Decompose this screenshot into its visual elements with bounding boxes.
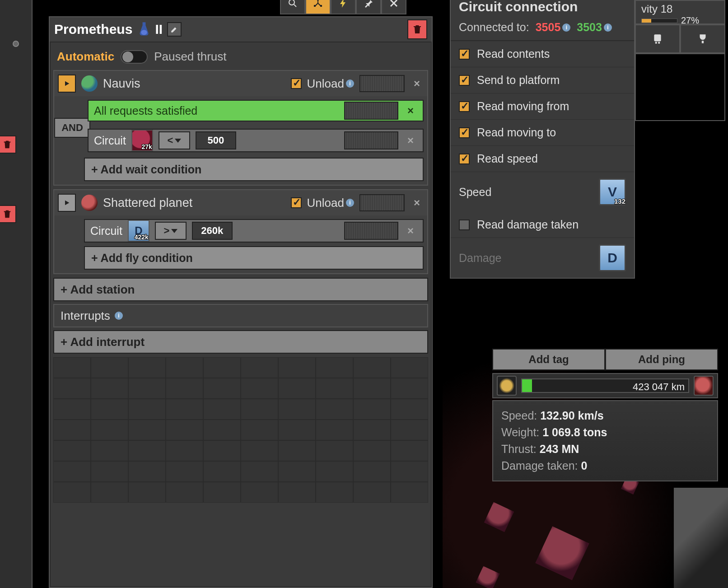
panel-title: Circuit connection xyxy=(451,0,634,18)
circuit-connection-panel: Circuit connection Connected to: 3505i 3… xyxy=(450,0,635,279)
value-input[interactable]: 260k xyxy=(192,222,233,240)
power-icon[interactable] xyxy=(331,0,356,14)
platform-stats: Speed: 132.90 km/s Weight: 1 069.8 tons … xyxy=(492,400,718,481)
read-moving-from-checkbox[interactable] xyxy=(459,101,470,112)
achievements-tab-icon[interactable] xyxy=(680,24,725,53)
delete-platform-button[interactable] xyxy=(407,19,427,39)
condition-label: Circuit xyxy=(94,134,126,147)
platform-name: Prometheus xyxy=(54,22,132,37)
empty-list-area xyxy=(53,357,428,503)
and-operator-button[interactable]: AND xyxy=(54,118,90,138)
green-wire-id[interactable]: 3503i xyxy=(577,21,612,34)
signal-slot[interactable]: 27k xyxy=(131,130,153,151)
pin-icon[interactable] xyxy=(356,0,381,14)
info-icon: i xyxy=(604,23,612,32)
drag-handle[interactable] xyxy=(344,131,398,149)
damage-signal-slot[interactable]: D xyxy=(599,244,626,271)
trains-tab-icon[interactable] xyxy=(635,24,680,53)
add-fly-condition-button[interactable]: + Add fly condition xyxy=(84,246,424,270)
science-icon xyxy=(138,21,150,37)
info-icon[interactable]: i xyxy=(346,199,354,207)
planet-icon xyxy=(81,75,98,92)
read-speed-checkbox[interactable] xyxy=(459,154,470,164)
comparator-select[interactable]: > xyxy=(155,222,187,240)
sidebar-dot xyxy=(13,41,19,47)
svg-point-6 xyxy=(655,42,657,44)
condition-label: Circuit xyxy=(90,224,122,238)
go-to-station-button[interactable] xyxy=(58,75,76,93)
condition-satisfied[interactable]: All requests satisfied × xyxy=(88,100,424,121)
drag-handle[interactable] xyxy=(344,102,398,120)
delete-button[interactable] xyxy=(0,135,16,154)
svg-rect-1 xyxy=(317,0,319,0)
info-icon: i xyxy=(562,23,570,32)
send-platform-checkbox[interactable] xyxy=(459,75,470,86)
unload-checkbox[interactable] xyxy=(291,78,302,89)
remove-station-button[interactable]: × xyxy=(410,196,424,210)
add-station-button[interactable]: + Add station xyxy=(53,278,428,301)
rename-button[interactable] xyxy=(167,22,182,37)
left-sidebar-stub xyxy=(0,0,33,588)
read-moving-from-row: Read moving from xyxy=(451,93,634,120)
read-speed-row: Read speed xyxy=(451,146,634,172)
read-moving-to-row: Read moving to xyxy=(451,120,634,146)
condition-circuit[interactable]: Circuit D422k > 260k × xyxy=(84,219,424,243)
value-input[interactable]: 500 xyxy=(196,131,236,149)
schedule-panel: Prometheus II Automatic Paused thrust Na… xyxy=(49,16,433,588)
station-name[interactable]: Shattered planet xyxy=(103,196,285,210)
remove-condition-button[interactable]: × xyxy=(404,224,417,238)
destination-planet-icon[interactable] xyxy=(694,376,714,396)
thrust-mode-switch[interactable] xyxy=(121,50,148,64)
info-icon[interactable]: i xyxy=(346,79,354,88)
add-tag-button[interactable]: Add tag xyxy=(492,349,605,370)
search-icon[interactable] xyxy=(280,0,305,14)
read-moving-to-checkbox[interactable] xyxy=(459,127,470,138)
travel-progress-bar: 423 047 km xyxy=(521,378,689,393)
damage-signal-row: Damage D xyxy=(451,238,634,278)
station-name[interactable]: Nauvis xyxy=(103,77,285,91)
hud-minimap[interactable] xyxy=(635,53,725,121)
paused-label: Paused thrust xyxy=(154,50,226,64)
svg-point-4 xyxy=(141,30,148,35)
origin-planet-icon[interactable] xyxy=(497,376,517,396)
travel-progress-row: 423 047 km xyxy=(492,373,718,398)
add-interrupt-button[interactable]: + Add interrupt xyxy=(53,330,428,354)
condition-circuit[interactable]: Circuit 27k < 500 × xyxy=(88,129,424,152)
read-contents-checkbox[interactable] xyxy=(459,49,470,60)
interrupts-header: Interrupts i xyxy=(53,304,428,327)
red-wire-id[interactable]: 3505i xyxy=(536,21,571,34)
comparator-select[interactable]: < xyxy=(159,131,190,149)
station-block: Shattered planet Unloadi × Circuit D422k… xyxy=(53,189,428,274)
read-contents-row: Read contents xyxy=(451,41,634,67)
station-block: Nauvis Unloadi × AND All requests satisf… xyxy=(53,70,428,186)
unload-label: Unloadi xyxy=(307,196,354,210)
distance-value: 423 047 km xyxy=(633,381,685,393)
platform-info-panel: Add tag Add ping 423 047 km Speed: 132.9… xyxy=(492,349,718,481)
condition-text: All requests satisfied xyxy=(94,104,197,117)
unload-checkbox[interactable] xyxy=(291,197,302,208)
info-icon[interactable]: i xyxy=(115,312,123,320)
remove-station-button[interactable]: × xyxy=(410,77,424,90)
svg-point-0 xyxy=(289,0,294,5)
signal-slot[interactable]: D422k xyxy=(128,220,149,242)
remove-condition-button[interactable]: × xyxy=(404,104,417,117)
delete-button[interactable] xyxy=(0,205,16,223)
planet-icon xyxy=(81,195,98,211)
svg-point-7 xyxy=(658,42,660,44)
drag-handle[interactable] xyxy=(359,194,405,211)
speed-signal-slot[interactable]: V132 xyxy=(599,178,626,205)
speed-signal-row: Speed V132 xyxy=(451,172,634,212)
drag-handle[interactable] xyxy=(359,75,405,92)
connected-to-row: Connected to: 3505i 3503i xyxy=(451,18,634,40)
read-damage-checkbox[interactable] xyxy=(459,219,470,230)
platform-level: II xyxy=(155,22,163,37)
add-ping-button[interactable]: Add ping xyxy=(605,349,718,370)
go-to-station-button[interactable] xyxy=(58,194,76,212)
remove-condition-button[interactable]: × xyxy=(404,134,417,147)
drag-handle[interactable] xyxy=(344,222,398,240)
add-wait-condition-button[interactable]: + Add wait condition xyxy=(84,158,424,181)
circuit-icon[interactable] xyxy=(305,0,331,14)
close-icon[interactable] xyxy=(381,0,406,14)
svg-rect-5 xyxy=(654,34,661,41)
automatic-label: Automatic xyxy=(57,50,114,64)
